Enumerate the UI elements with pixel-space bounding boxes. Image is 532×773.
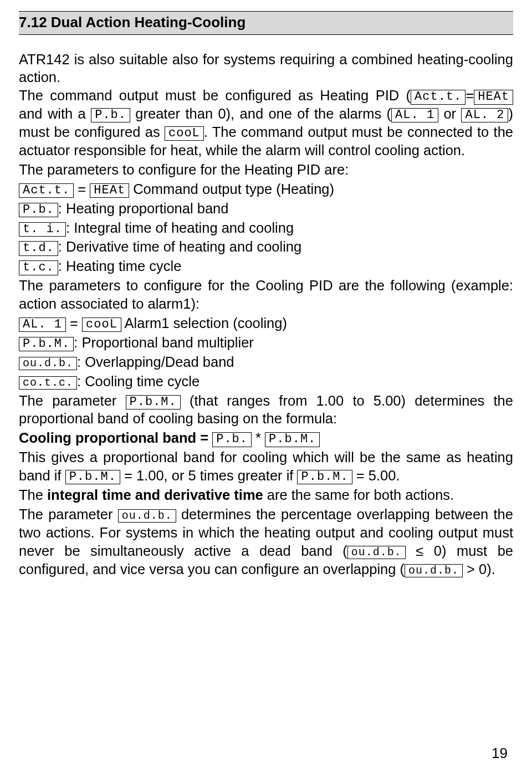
- p5-t4: > 0).: [463, 561, 495, 577]
- seg-pbm: P.b.M.: [19, 337, 74, 351]
- seg-pbm-4: P.b.M.: [65, 470, 120, 484]
- cool-params-intro: The parameters to configure for the Cool…: [19, 277, 513, 313]
- hp5-text: : Heating time cycle: [58, 258, 182, 274]
- seg-pb-2: P.b.: [19, 203, 58, 217]
- hp-line-3: t. i.: Integral time of heating and cool…: [19, 219, 513, 237]
- paragraph-config: The command output must be configured as…: [19, 86, 513, 160]
- hp2-text: : Heating proportional band: [58, 201, 229, 216]
- seg-oudb-2: ou.d.b.: [118, 509, 176, 523]
- p1-t3: greater than 0), and one of the alarms (: [130, 106, 391, 121]
- seg-oudb-3: ou.d.b.: [347, 546, 406, 559]
- section-heading: 7.12 Dual Action Heating-Cooling: [19, 11, 513, 35]
- seg-pb: P.b.: [91, 108, 130, 122]
- page-number: 19: [492, 744, 508, 763]
- section-heading-text: 7.12 Dual Action Heating-Cooling: [19, 14, 245, 30]
- cp-line-4: co.t.c.: Cooling time cycle: [19, 372, 513, 391]
- p5-t1: The parameter: [19, 506, 118, 522]
- intro-text: ATR142 is also suitable also for systems…: [19, 52, 513, 85]
- pbm-paragraph: The parameter P.b.M. (that ranges from 1…: [19, 392, 513, 428]
- seg-tc: t.c.: [19, 260, 58, 275]
- seg-pbm-5: P.b.M.: [297, 470, 352, 484]
- p3-t3: = 5.00.: [352, 468, 400, 483]
- cp1-text: Alarm1 selection (cooling): [121, 315, 287, 331]
- formula-lead: Cooling proportional band =: [19, 430, 212, 446]
- hp-line-1: Act.t. = HEAt Command output type (Heati…: [19, 180, 513, 198]
- hp1-eq: =: [74, 181, 90, 197]
- seg-pbm-3: P.b.M.: [265, 432, 320, 447]
- hp4-text: : Derivative time of heating and cooling: [58, 239, 301, 254]
- seg-cool: cooL: [165, 126, 204, 141]
- page: 7.12 Dual Action Heating-Cooling ATR142 …: [0, 0, 532, 773]
- cp-line-1: AL. 1 = cooL Alarm1 selection (cooling): [19, 314, 513, 332]
- seg-pbm-2: P.b.M.: [126, 395, 181, 409]
- hp-line-4: t.d.: Derivative time of heating and coo…: [19, 238, 513, 256]
- cp3-text: : Overlapping/Dead band: [77, 354, 234, 370]
- formula-line: Cooling proportional band = P.b. * P.b.M…: [19, 429, 513, 447]
- seg-al1: AL. 1: [391, 108, 438, 122]
- seg-heat-2: HEAt: [90, 183, 129, 198]
- seg-oudb-4: ou.d.b.: [405, 564, 463, 577]
- hp-line-5: t.c.: Heating time cycle: [19, 257, 513, 275]
- seg-al2: AL. 2: [461, 108, 508, 122]
- p1-t1: The command output must be configured as…: [19, 88, 411, 103]
- hp3-text: : Integral time of heating and cooling: [66, 220, 294, 236]
- cp1-eq: =: [66, 315, 82, 331]
- seg-al1-2: AL. 1: [19, 318, 66, 332]
- cp-line-3: ou.d.b.: Overlapping/Dead band: [19, 353, 513, 371]
- intro-paragraph: ATR142 is also suitable also for systems…: [19, 50, 513, 87]
- seg-td: t.d.: [19, 241, 58, 255]
- cp2-text: : Proportional band multiplier: [74, 335, 254, 350]
- p1-t2: and with a: [19, 106, 91, 121]
- hp1-text: Command output type (Heating): [129, 181, 334, 197]
- heat-params-intro: The parameters to configure for the Heat…: [19, 161, 513, 179]
- seg-actt: Act.t.: [411, 90, 466, 104]
- cp-line-2: P.b.M.: Proportional band multiplier: [19, 334, 513, 352]
- seg-oudb: ou.d.b.: [19, 357, 77, 370]
- paragraph-3: This gives a proportional band for cooli…: [19, 448, 513, 485]
- p3-t2: = 1.00, or 5 times greater if: [120, 468, 298, 483]
- seg-cotc: co.t.c.: [19, 376, 77, 390]
- seg-ti: t. i.: [19, 222, 66, 237]
- formula-star: *: [252, 430, 265, 446]
- p1-eq: =: [466, 88, 474, 103]
- p1-or: or: [438, 106, 461, 121]
- pbm-p1: The parameter: [19, 393, 126, 408]
- paragraph-5: The parameter ou.d.b. determines the per…: [19, 505, 513, 579]
- seg-pb-3: P.b.: [212, 432, 252, 447]
- seg-actt-2: Act.t.: [19, 183, 74, 198]
- seg-cool-2: cooL: [82, 318, 121, 332]
- paragraph-4: The integral time and derivative time ar…: [19, 486, 513, 504]
- cp4-text: : Cooling time cycle: [77, 373, 200, 389]
- seg-heat: HEAt: [474, 90, 513, 104]
- p4-bold: integral time and derivative time: [47, 487, 263, 503]
- p4-rest: are the same for both actions.: [263, 487, 454, 503]
- hp-line-2: P.b.: Heating proportional band: [19, 199, 513, 218]
